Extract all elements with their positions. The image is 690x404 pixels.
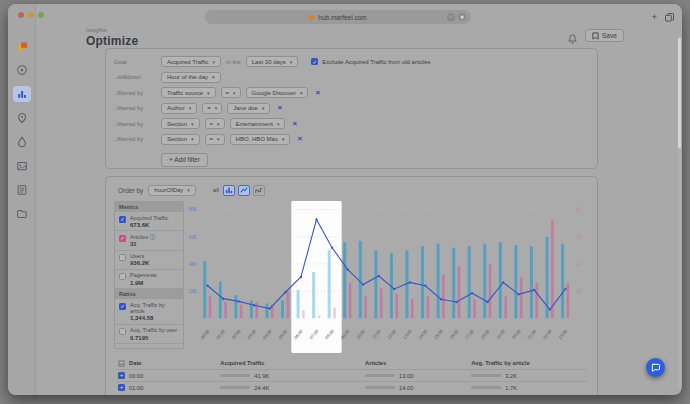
sidebar-item-folder[interactable] (13, 206, 31, 222)
window-close-button[interactable] (18, 12, 24, 18)
filter-value-select[interactable]: Google Discover▾ (246, 87, 309, 98)
chat-fab-button[interactable] (646, 358, 665, 377)
metric-item[interactable]: ✓Acquired Traffic673.6K (115, 212, 183, 231)
insights-bar-chart-icon (16, 88, 28, 100)
view-line-chart-button[interactable] (238, 185, 250, 196)
filter-value-select[interactable]: Jane doe▾ (227, 103, 270, 114)
metric-item[interactable]: Pageviews1.9M (115, 270, 183, 289)
metric-item[interactable]: ✓Articles ⓘ31 (115, 231, 183, 250)
metric-item[interactable]: Acq. Traffic by pageview0.3456 (115, 344, 183, 349)
sidebar-item-compass[interactable] (13, 62, 31, 78)
table-row[interactable]: +00:0041.9K13.003.2K (116, 369, 587, 381)
row-expand-button[interactable]: + (118, 372, 125, 379)
sidebar-item-marfeel-logo[interactable] (13, 38, 31, 54)
metric-checkbox[interactable]: ✓ (119, 303, 126, 310)
value-bar-track (471, 386, 501, 389)
filter-field-select[interactable]: Section▾ (161, 134, 200, 145)
acquired-traffic-bar (468, 246, 471, 318)
line-point (362, 283, 364, 285)
chevron-down-icon: ▾ (233, 90, 236, 96)
articles-bar (520, 278, 523, 319)
filter-field-select[interactable]: Author▾ (161, 103, 197, 114)
column-label: Articles (365, 360, 386, 366)
scrollbar-thumb[interactable] (678, 38, 681, 148)
articles-bar (287, 291, 290, 318)
sidebar-item-pin[interactable] (13, 110, 31, 126)
reader-icon[interactable]: ⓘ (447, 13, 455, 21)
avg-traffic-line (208, 219, 566, 309)
sidebar-item-insights-bar-chart[interactable] (13, 86, 31, 102)
value-bar-track (220, 374, 250, 377)
metric-checkbox[interactable] (119, 328, 126, 335)
metric-item[interactable]: Users936.2K (115, 251, 183, 270)
add-filter-button[interactable]: + Add filter (161, 153, 208, 167)
view-trend-chart-button[interactable] (253, 185, 265, 196)
tab-overview-icon[interactable] (665, 13, 674, 22)
sidebar-item-droplet[interactable] (13, 134, 31, 150)
table-row[interactable]: +01:0024.4K14.001.7K (116, 381, 587, 393)
metric-checkbox[interactable] (119, 273, 126, 280)
filter-operator-select[interactable]: =▾ (202, 103, 222, 114)
table-header-checkbox[interactable]: – (118, 360, 125, 367)
metric-label: Acquired Traffic (130, 215, 168, 221)
metric-value: 1,344.58 (130, 315, 179, 321)
order-by-label: Order by (118, 187, 143, 194)
filtered-by-label: ..filtered by (114, 136, 156, 142)
filter-value-select[interactable]: HBO, HBO Max▾ (230, 134, 291, 145)
row-expand-button[interactable]: + (118, 384, 125, 391)
metric-checkbox[interactable] (119, 254, 126, 261)
filter-operator-select[interactable]: =▾ (205, 118, 225, 129)
breadcrumb[interactable]: Insights (86, 27, 107, 33)
filter-field-select[interactable]: Section▾ (161, 118, 200, 129)
view-bar-chart-button[interactable] (223, 185, 235, 196)
filter-value-select[interactable]: Entertainment▾ (230, 118, 286, 129)
view-all-button[interactable]: all (213, 187, 219, 193)
cell-value: 13.00 (399, 373, 414, 379)
filter-remove-button[interactable]: × (292, 120, 297, 128)
metric-item[interactable]: Acq. Traffic by user0.7195 (115, 325, 183, 344)
filter-remove-button[interactable]: × (315, 89, 320, 97)
metric-text: Acq. Traffic by pageview0.3456 (130, 347, 179, 349)
chevron-down-icon: ▾ (217, 121, 220, 127)
chevron-down-icon: ▾ (217, 136, 220, 142)
combo-chart[interactable]: 80K4060K3040K2020K1000:0001:0002:0003:00… (184, 201, 589, 353)
drilldown-select[interactable]: Hour of the day▾ (161, 72, 221, 83)
window-zoom-button[interactable] (38, 12, 44, 18)
filter-operator-select[interactable]: =▾ (205, 134, 225, 145)
table-header-row: –DateAcquired TrafficArticlesAvg. Traffi… (116, 357, 587, 369)
value-bar-track (471, 374, 501, 377)
x-axis-label: 23:00 (558, 328, 569, 340)
filter-field-select[interactable]: Traffic source▾ (161, 87, 216, 98)
new-tab-icon[interactable]: + (652, 12, 657, 22)
sidebar-item-articles[interactable] (13, 182, 31, 198)
filter-operator-select[interactable]: =▾ (221, 87, 241, 98)
acquired-traffic-bar (359, 241, 362, 318)
goal-select[interactable]: Acquired Traffic▾ (161, 56, 221, 67)
date-range-select[interactable]: Last 30 days▾ (246, 56, 299, 67)
metric-checkbox[interactable]: ✓ (119, 216, 126, 223)
order-by-select[interactable]: hourOfDay▾ (148, 185, 196, 196)
filter-remove-button[interactable]: × (277, 104, 282, 112)
metric-label: Acq. Traffic by user (130, 327, 177, 333)
line-point (424, 284, 426, 286)
extensions-icon[interactable]: ✱ (458, 13, 466, 21)
metric-checkbox[interactable] (119, 348, 126, 349)
metric-checkbox[interactable]: ✓ (119, 235, 126, 242)
date-cell: +01:00 (116, 384, 220, 391)
sidebar-item-media[interactable] (13, 158, 31, 174)
exclude-checkbox[interactable]: ✓ (311, 58, 318, 65)
address-bar[interactable]: hub.marfeel.com ⓘ ✱ (205, 10, 471, 24)
acquired-traffic-bar (483, 244, 486, 319)
articles-bar (349, 283, 352, 318)
chevron-down-icon: ▾ (300, 90, 303, 96)
bookmark-icon (592, 32, 599, 40)
page-scrollbar[interactable] (678, 34, 681, 389)
save-button[interactable]: Save (585, 29, 624, 42)
metric-item[interactable]: ✓Acq. Traffic by article1,344.58 (115, 299, 183, 325)
media-icon (16, 160, 28, 172)
x-axis-label: 19:00 (495, 328, 506, 340)
notifications-bell-icon[interactable] (568, 30, 577, 48)
filter-remove-button[interactable]: × (297, 135, 302, 143)
page-title: Optimize (86, 34, 138, 48)
window-minimize-button[interactable] (28, 12, 34, 18)
